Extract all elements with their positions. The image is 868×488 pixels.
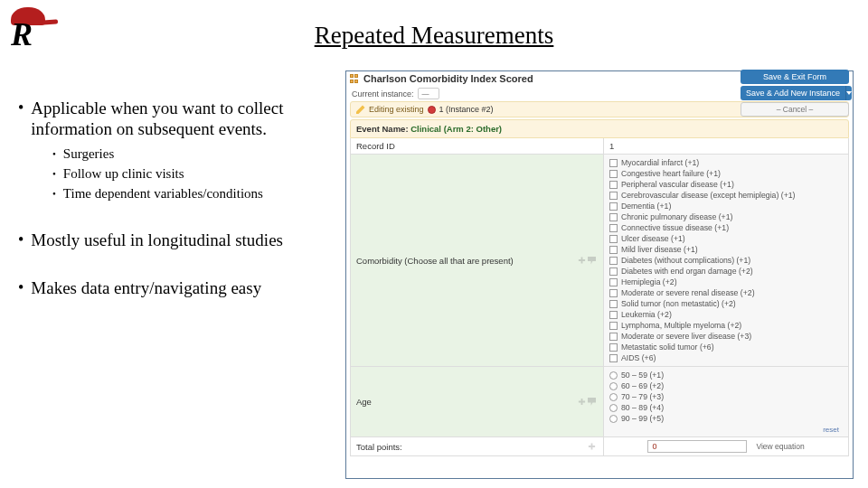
reset-link[interactable]: reset <box>609 426 843 434</box>
action-buttons: Save & Exit Form Save & Add New Instance… <box>741 70 849 117</box>
radio-option: 90 – 99 (+5) <box>609 413 843 424</box>
form-icon <box>350 74 360 84</box>
checkbox-option: Ulcer disease (+1) <box>609 233 843 244</box>
save-add-instance-button[interactable]: Save & Add New Instance <box>741 86 845 100</box>
field-total: Total points: 0 View equation <box>350 437 849 456</box>
history-icon[interactable] <box>588 443 596 451</box>
checkbox-input[interactable] <box>609 170 618 178</box>
option-label: Cerebrovascular disease (except hemipleg… <box>621 190 795 201</box>
radio-input[interactable] <box>609 371 618 380</box>
checkbox-input[interactable] <box>609 159 618 167</box>
checkbox-option: Metastatic solid tumor (+6) <box>609 342 843 352</box>
checkbox-option: Leukemia (+2) <box>609 309 843 320</box>
checkbox-option: Connective tissue disease (+1) <box>609 222 843 233</box>
history-icon[interactable] <box>578 257 586 265</box>
option-label: Solid tumor (non metastatic) (+2) <box>621 298 736 309</box>
checkbox-input[interactable] <box>609 224 618 232</box>
field-label: Comorbidity (Choose all that are present… <box>356 256 578 266</box>
option-label: 90 – 99 (+5) <box>621 413 664 424</box>
save-exit-button[interactable]: Save & Exit Form <box>741 70 849 84</box>
option-label: Moderate or severe liver disease (+3) <box>621 331 751 342</box>
option-label: Ulcer disease (+1) <box>621 233 685 244</box>
checkbox-option: Peripheral vascular disease (+1) <box>609 179 843 190</box>
field-record-id: Record ID 1 <box>350 138 849 155</box>
option-label: Connective tissue disease (+1) <box>621 222 729 233</box>
field-age: Age 50 – 59 (+1)60 – 69 (+2)70 – 79 (+3)… <box>350 367 849 437</box>
bullet-icon: • <box>18 98 24 117</box>
comment-icon[interactable] <box>588 257 596 265</box>
status-dot-icon <box>428 106 436 114</box>
checkbox-input[interactable] <box>609 354 618 362</box>
save-dropdown-toggle[interactable] <box>845 86 852 100</box>
bullet-icon: • <box>52 164 56 183</box>
field-label: Total points: <box>356 442 588 452</box>
radio-option: 60 – 69 (+2) <box>609 380 843 391</box>
bullet-icon: • <box>18 277 24 297</box>
screenshot-panel: Save & Exit Form Save & Add New Instance… <box>345 70 854 479</box>
pencil-icon <box>356 105 365 114</box>
form-title: Charlson Comorbidity Index Scored <box>363 73 533 84</box>
checkbox-option: Diabetes (without complications) (+1) <box>609 255 843 266</box>
option-label: Congestive heart failure (+1) <box>621 168 721 179</box>
radio-input[interactable] <box>609 415 618 423</box>
bullet-icon: • <box>52 145 56 163</box>
checkbox-input[interactable] <box>609 311 618 319</box>
checkbox-input[interactable] <box>609 333 618 341</box>
radio-input[interactable] <box>609 404 618 412</box>
option-label: Peripheral vascular disease (+1) <box>621 179 734 190</box>
event-banner: Event Name: Clinical (Arm 2: Other) <box>350 119 849 138</box>
option-label: 70 – 79 (+3) <box>621 391 664 402</box>
checkbox-option: Moderate or severe liver disease (+3) <box>609 331 843 342</box>
checkbox-input[interactable] <box>609 202 618 211</box>
option-label: Leukemia (+2) <box>621 309 672 320</box>
radio-option: 50 – 59 (+1) <box>609 370 843 380</box>
checkbox-option: AIDS (+6) <box>609 352 843 363</box>
sub-bullet: Time dependent variables/conditions <box>63 184 263 202</box>
editing-text: Editing existing <box>369 105 424 114</box>
checkbox-input[interactable] <box>609 278 618 286</box>
bullet-text: Mostly useful in longitudinal studies <box>31 230 344 250</box>
checkbox-option: Mild liver disease (+1) <box>609 244 843 255</box>
bullet-icon: • <box>18 230 24 249</box>
option-label: Dementia (+1) <box>621 201 671 211</box>
field-label: Age <box>356 397 578 407</box>
checkbox-input[interactable] <box>609 322 618 330</box>
sub-bullet: Follow up clinic visits <box>63 164 184 183</box>
checkbox-input[interactable] <box>609 257 618 265</box>
cancel-button[interactable]: – Cancel – <box>741 102 849 117</box>
bullet-icon: • <box>52 184 56 202</box>
instance-suffix: 1 (Instance #2) <box>439 105 494 114</box>
instance-selector[interactable]: — <box>418 88 439 99</box>
comment-icon[interactable] <box>588 398 596 406</box>
checkbox-input[interactable] <box>609 213 618 221</box>
brand-logo: R <box>4 4 58 58</box>
chevron-down-icon <box>846 91 852 95</box>
radio-option: 80 – 89 (+4) <box>609 402 843 413</box>
checkbox-input[interactable] <box>609 300 618 308</box>
checkbox-option: Solid tumor (non metastatic) (+2) <box>609 298 843 309</box>
checkbox-option: Myocardial infarct (+1) <box>609 157 843 168</box>
total-points-value: 0 <box>647 440 747 453</box>
option-label: Metastatic solid tumor (+6) <box>621 342 714 352</box>
option-label: 60 – 69 (+2) <box>621 380 664 391</box>
checkbox-option: Moderate or severe renal disease (+2) <box>609 287 843 298</box>
checkbox-input[interactable] <box>609 192 618 200</box>
checkbox-input[interactable] <box>609 289 618 297</box>
bullet-text: Makes data entry/navigating easy <box>31 277 344 298</box>
option-label: 50 – 59 (+1) <box>621 370 664 380</box>
option-label: Diabetes with end organ damage (+2) <box>621 266 753 277</box>
checkbox-input[interactable] <box>609 267 618 276</box>
checkbox-input[interactable] <box>609 181 618 189</box>
checkbox-input[interactable] <box>609 246 618 254</box>
radio-input[interactable] <box>609 382 618 390</box>
sub-bullet: Surgeries <box>63 145 114 163</box>
bullet-column: • Applicable when you want to collect in… <box>18 98 344 325</box>
option-label: AIDS (+6) <box>621 352 656 363</box>
option-label: Hemiplegia (+2) <box>621 277 677 287</box>
checkbox-input[interactable] <box>609 235 618 243</box>
radio-option: 70 – 79 (+3) <box>609 391 843 402</box>
checkbox-input[interactable] <box>609 343 618 352</box>
history-icon[interactable] <box>578 398 586 406</box>
radio-input[interactable] <box>609 393 618 401</box>
view-equation-link[interactable]: View equation <box>756 442 804 451</box>
